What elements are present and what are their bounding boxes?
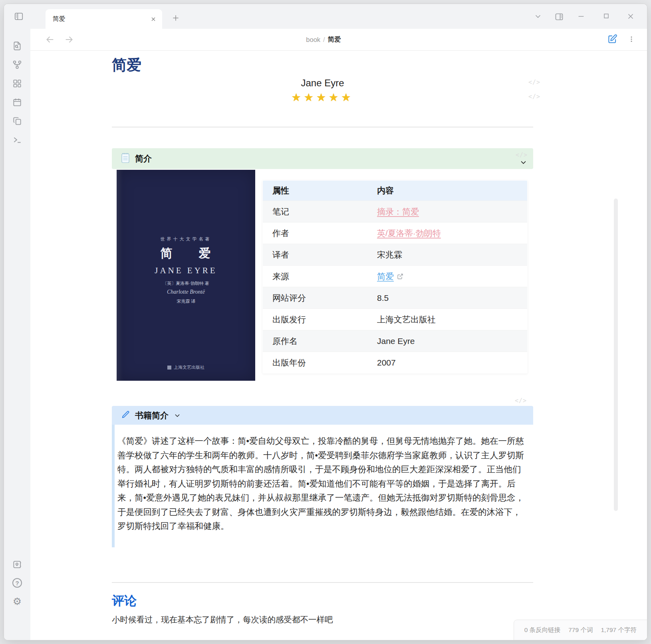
summary-callout: </> 书籍简介: [112, 406, 533, 547]
more-options-icon[interactable]: [628, 35, 635, 44]
copy-icon[interactable]: [12, 116, 22, 126]
code-block-edit-icon[interactable]: </>: [528, 79, 540, 86]
header-actions: [607, 34, 635, 44]
external-link-icon: [397, 273, 403, 280]
right-sidebar-toggle-icon[interactable]: [554, 12, 564, 22]
edit-note-icon[interactable]: [607, 34, 617, 44]
attr-label: 网站评分: [263, 287, 368, 309]
collapse-chevron-icon[interactable]: [520, 159, 527, 167]
attr-value[interactable]: 英/夏洛蒂·勃朗特: [377, 228, 441, 239]
titlebar: 简爱: [4, 4, 647, 29]
view-header: book / 简爱: [30, 29, 647, 51]
breadcrumb: book / 简爱: [30, 29, 617, 50]
attr-value: 8.5: [377, 293, 389, 303]
attr-value: 2007: [377, 358, 396, 368]
summary-callout-body: 《简爱》讲述了这样一个故事：简•爱自幼父母双亡，投靠冷酷的舅母，但舅母无情地抛弃…: [112, 425, 533, 547]
attr-label: 来源: [263, 266, 368, 287]
breadcrumb-parent[interactable]: book: [306, 36, 320, 44]
attr-label: 笔记: [263, 201, 368, 223]
dashboard-icon[interactable]: [12, 78, 22, 89]
chevron-down-icon[interactable]: [534, 12, 542, 21]
ribbon-bottom: ? ⚙: [12, 559, 22, 606]
cover-publisher: 上海文艺出版社: [117, 364, 255, 370]
intro-callout-body: 世界十大文学名著 简 爱 JANE EYRE 〔英〕夏洛蒂·勃朗特 著 Char…: [112, 170, 533, 381]
book-cover-image: 世界十大文学名著 简 爱 JANE EYRE 〔英〕夏洛蒂·勃朗特 著 Char…: [117, 170, 255, 381]
app-window: 简爱: [4, 4, 647, 640]
left-sidebar-toggle-icon[interactable]: [14, 11, 24, 22]
attr-label: 出版年份: [263, 352, 368, 374]
divider: [112, 127, 533, 127]
status-bar: 0 条反向链接 779 个词 1,797 个字符: [514, 620, 647, 640]
table-row: 来源 简爱: [263, 266, 528, 287]
maximize-icon[interactable]: [602, 12, 610, 20]
tab-active[interactable]: 简爱: [46, 9, 162, 29]
file-search-icon[interactable]: [12, 41, 22, 51]
table-header-row: 属性 内容: [263, 181, 528, 201]
cover-series: 世界十大文学名著: [161, 236, 212, 242]
calendar-icon[interactable]: [12, 97, 22, 107]
col-header-content: 内容: [367, 181, 528, 201]
code-block-edit-icon[interactable]: </>: [528, 93, 540, 100]
collapse-chevron-icon[interactable]: [174, 412, 181, 419]
tab-close-icon[interactable]: [150, 16, 157, 22]
intro-callout: 简介 </> 世界十大文学名著 简 爱 JANE EYRE: [112, 148, 533, 381]
col-header-attr: 属性: [263, 181, 368, 201]
infobox: 属性 内容 笔记: [262, 180, 528, 381]
table-row: 作者 英/夏洛蒂·勃朗特: [263, 223, 528, 244]
word-count: 779 个词: [568, 626, 593, 634]
cover-author-en: Charlotte Brontë: [167, 289, 205, 295]
scrollbar-thumb[interactable]: [614, 199, 618, 511]
rating-stars: ★★★★★: [112, 91, 533, 104]
tab-title: 简爱: [53, 15, 150, 23]
attr-value: 宋兆霖: [377, 249, 402, 260]
backlinks-count[interactable]: 0 条反向链接: [524, 626, 560, 634]
cover-translator: 宋兆霖 译: [177, 298, 195, 304]
summary-callout-header[interactable]: 书籍简介: [112, 406, 533, 425]
code-block-edit-icon[interactable]: </>: [515, 397, 527, 404]
page: 简爱 Jane Eyre ★★★★★ </> </>: [112, 51, 533, 626]
attr-value: Jane Eyre: [377, 336, 415, 346]
breadcrumb-current[interactable]: 简爱: [328, 35, 341, 44]
new-tab-icon[interactable]: [172, 14, 180, 22]
code-block-edit-icon[interactable]: </>: [516, 151, 528, 159]
table-row: 译者 宋兆霖: [263, 244, 528, 266]
close-icon[interactable]: [626, 12, 635, 21]
attr-label: 译者: [263, 244, 368, 266]
attr-value[interactable]: 简爱: [377, 271, 394, 282]
minimize-icon[interactable]: [577, 12, 586, 21]
attr-label: 作者: [263, 223, 368, 244]
char-count: 1,797 个字符: [601, 626, 637, 634]
cover-title-en: JANE EYRE: [155, 266, 217, 276]
attr-label: 出版发行: [263, 309, 368, 330]
comments-heading: 评论: [112, 593, 533, 609]
table-row: 笔记 摘录：简爱: [263, 201, 528, 223]
attr-value: 上海文艺出版社: [377, 314, 436, 325]
note-subtitle: Jane Eyre: [112, 77, 533, 89]
attr-label: 原作名: [263, 330, 368, 352]
divider: [112, 582, 533, 583]
ribbon: ? ⚙: [4, 29, 30, 640]
table-row: 出版年份 2007: [263, 352, 528, 374]
vault-icon[interactable]: [12, 559, 22, 570]
table-row: 网站评分 8.5: [263, 287, 528, 309]
notepad-icon: [121, 152, 130, 165]
pencil-icon: [121, 410, 130, 421]
attr-value[interactable]: 摘录：简爱: [377, 206, 419, 217]
cover-author-cn: 〔英〕夏洛蒂·勃朗特 著: [163, 280, 209, 286]
note-content: 简爱 Jane Eyre ★★★★★ </> </>: [30, 51, 647, 640]
book-summary-text: 《简爱》讲述了这样一个故事：简•爱自幼父母双亡，投靠冷酷的舅母，但舅母无情地抛弃…: [117, 434, 528, 534]
comment-text: 小时候看过，现在基本忘了剧情了，每次读的感受都不一样吧: [112, 614, 533, 626]
settings-gear-icon[interactable]: ⚙: [13, 596, 22, 606]
cover-title-cn: 简 爱: [161, 245, 212, 262]
workspace: book / 简爱: [30, 29, 647, 640]
breadcrumb-separator: /: [323, 36, 325, 44]
table-row: 原作名 Jane Eyre: [263, 330, 528, 352]
graph-icon[interactable]: [12, 60, 22, 70]
intro-callout-header[interactable]: 简介 </>: [112, 148, 533, 169]
intro-callout-title: 简介: [135, 153, 152, 164]
help-icon[interactable]: ?: [12, 578, 22, 588]
terminal-icon[interactable]: [12, 135, 22, 145]
infobox-rows: 笔记 摘录：简爱: [263, 201, 528, 374]
table-row: 出版发行 上海文艺出版社: [263, 309, 528, 330]
summary-callout-title: 书籍简介: [135, 410, 169, 421]
